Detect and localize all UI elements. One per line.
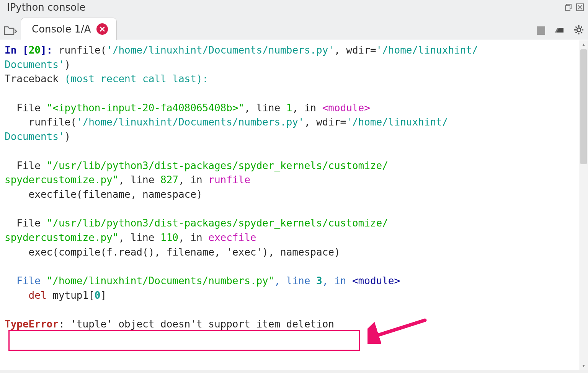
file4-del: del (5, 290, 47, 301)
file1-body-a: runfile( (5, 116, 77, 128)
file4-body-c: 0 (95, 290, 101, 301)
cmd-run-f: ) (65, 59, 71, 70)
cmd-run-a: runfile( (59, 44, 106, 56)
file3-line-lbl: , line (118, 232, 160, 243)
console-output[interactable]: In [20]: runfile('/home/linuxhint/Docume… (0, 40, 579, 370)
file4-body-d: ] (100, 290, 106, 301)
close-icon[interactable] (576, 3, 584, 11)
file2-path-a: "/usr/lib/python3/dist-packages/spyder_k… (47, 160, 388, 171)
file3-fn: execfile (208, 232, 256, 243)
file3-body: exec(compile(f.read(), filename, 'exec')… (5, 246, 340, 258)
cmd-run-b: '/home/linuxhint/Documents/numbers.py' (106, 44, 334, 56)
cmd-run-e: Documents' (5, 59, 65, 70)
in-bracket-open: [ (23, 44, 29, 56)
panel-window-controls (564, 3, 584, 11)
file-label-4: File (16, 275, 46, 287)
file2-line-num: 827 (160, 174, 178, 186)
vertical-scrollbar[interactable]: ▴ ▾ (579, 40, 588, 370)
file4-in: , in (322, 275, 352, 287)
file1-in: , in (292, 102, 322, 114)
file2-fn: runfile (208, 174, 250, 186)
svg-line-12 (576, 27, 577, 28)
clear-console-icon[interactable] (554, 25, 565, 36)
file2-line-lbl: , line (118, 174, 160, 186)
file4-module: <module> (352, 275, 400, 287)
file1-line-num: 1 (286, 102, 292, 114)
traceback-label: Traceback (5, 73, 65, 85)
scroll-thumb[interactable] (580, 49, 587, 164)
in-bracket-close: ]: (41, 44, 59, 56)
file-label-2: File (16, 160, 46, 171)
tab-bar-left: Console 1/A (4, 15, 117, 40)
tab-close-button[interactable] (96, 23, 108, 35)
cmd-run-d: '/home/linuxhint/ (376, 44, 478, 56)
file3-line-num: 110 (160, 232, 178, 243)
traceback-paren: (most recent call last): (65, 73, 209, 85)
in-prompt-number: 20 (29, 44, 41, 56)
browse-tabs-icon[interactable] (4, 24, 17, 37)
file4-line-lbl: , line (274, 275, 316, 287)
file1-body-b: '/home/linuxhint/Documents/numbers.py' (77, 116, 304, 128)
tab-console-1a[interactable]: Console 1/A (21, 18, 117, 40)
file2-body: execfile(filename, namespace) (5, 189, 203, 200)
file2-path-b: spydercustomize.py" (5, 174, 118, 186)
scroll-down-icon[interactable]: ▾ (579, 362, 588, 370)
file4-line-num: 3 (316, 275, 322, 287)
file-label-1: File (16, 102, 46, 114)
svg-line-13 (581, 32, 582, 33)
file3-in: , in (178, 232, 208, 243)
error-type: TypeError (5, 318, 59, 330)
file2-in: , in (178, 174, 208, 186)
svg-line-14 (581, 27, 582, 28)
file1-body-d: '/home/linuxhint/ (346, 116, 448, 128)
scroll-up-icon[interactable]: ▴ (579, 40, 588, 49)
cmd-run-c: , wdir= (334, 44, 376, 56)
file4-path: "/home/linuxhint/Documents/numbers.py" (47, 275, 274, 287)
svg-line-15 (576, 32, 577, 33)
error-message: : 'tuple' object doesn't support item de… (59, 318, 334, 330)
file1-module: <module> (322, 102, 370, 114)
panel-titlebar: IPython console (0, 0, 588, 15)
tab-bar-right (537, 24, 584, 40)
file3-path-b: spydercustomize.py" (5, 232, 118, 243)
file3-path-a: "/usr/lib/python3/dist-packages/spyder_k… (47, 217, 388, 229)
file1-body-c: , wdir= (304, 116, 346, 128)
svg-rect-1 (565, 6, 570, 10)
restore-icon[interactable] (564, 3, 573, 11)
stop-kernel-icon[interactable] (537, 26, 545, 35)
panel-title: IPython console (7, 2, 85, 13)
svg-point-7 (577, 28, 581, 32)
file-label-3: File (16, 217, 46, 229)
tab-label: Console 1/A (32, 23, 91, 35)
file1-body-e: Documents' (5, 131, 65, 142)
file1-body-f: ) (65, 131, 71, 142)
close-x-icon (99, 26, 105, 32)
file1-path: "<ipython-input-20-fa408065408b>" (47, 102, 245, 114)
console-area: In [20]: runfile('/home/linuxhint/Docume… (0, 40, 588, 370)
file1-line-lbl: , line (244, 102, 286, 114)
options-gear-icon[interactable] (573, 24, 584, 37)
file4-body-b: mytup1[ (47, 290, 95, 301)
in-prompt-label: In (5, 44, 23, 56)
tab-bar: Console 1/A (0, 15, 588, 40)
